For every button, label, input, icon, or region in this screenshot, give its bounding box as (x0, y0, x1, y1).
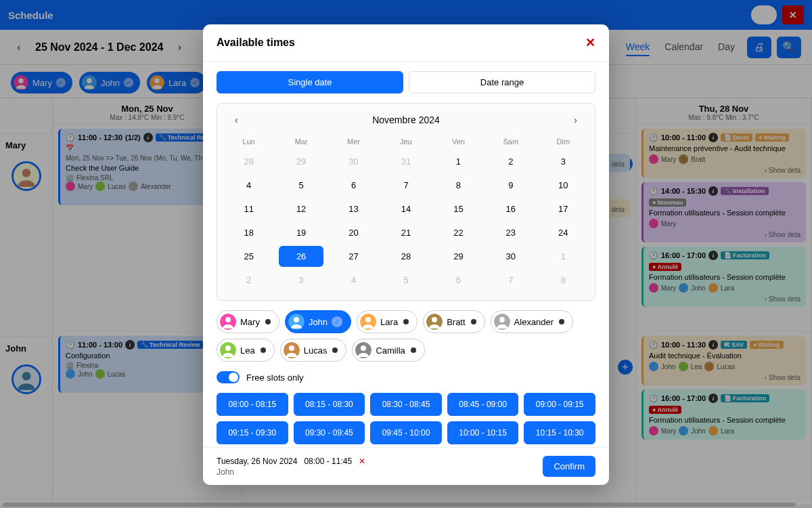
available-times-modal: Available times ✕ Single date Date range… (203, 24, 609, 485)
cal-day[interactable]: 25 (227, 246, 271, 267)
cal-dow: Mar (275, 133, 327, 150)
mode-single-date[interactable]: Single date (217, 71, 403, 93)
time-slot[interactable]: 09:00 - 09:15 (524, 393, 595, 416)
remove-selection-button[interactable]: ✕ (359, 457, 365, 466)
cal-day-next[interactable]: 4 (332, 270, 376, 291)
avatar-icon (426, 314, 443, 330)
cal-dow: Lun (223, 133, 275, 150)
cal-day[interactable]: 29 (436, 246, 480, 267)
cal-next-month[interactable]: › (568, 112, 583, 128)
cal-day[interactable]: 20 (332, 222, 376, 243)
cal-prev-month[interactable]: ‹ (229, 112, 244, 128)
avatar-icon (494, 314, 510, 330)
person-chip-bratt[interactable]: Bratt✓ (423, 310, 484, 333)
person-chip-alexander[interactable]: Alexander✓ (491, 310, 574, 333)
selected-user: John (217, 467, 365, 477)
cal-day-next[interactable]: 7 (489, 270, 533, 291)
cal-day[interactable]: 12 (279, 198, 323, 219)
status-dot (261, 347, 266, 353)
cal-day-prev[interactable]: 28 (227, 151, 271, 172)
cal-day[interactable]: 13 (332, 198, 376, 219)
time-slot[interactable]: 08:30 - 08:45 (370, 393, 442, 416)
status-dot (403, 319, 409, 324)
cal-day[interactable]: 17 (541, 198, 585, 219)
avatar-icon (220, 342, 236, 358)
confirm-button[interactable]: Confirm (543, 456, 595, 477)
time-slot[interactable]: 08:15 - 08:30 (294, 393, 365, 416)
cal-day[interactable]: 10 (541, 175, 585, 196)
cal-day[interactable]: 5 (279, 175, 323, 196)
person-chip-lea[interactable]: Lea✓ (217, 339, 275, 362)
selected-time: 08:00 - 11:45 (304, 457, 352, 466)
modal-overlay: Available times ✕ Single date Date range… (0, 0, 812, 508)
person-chip-lucas[interactable]: Lucas✓ (280, 339, 347, 362)
cal-dow: Mer (328, 133, 380, 150)
cal-day-prev[interactable]: 31 (384, 151, 428, 172)
time-slot[interactable]: 09:45 - 10:00 (370, 421, 442, 444)
cal-day[interactable]: 26 (279, 246, 323, 267)
cal-day[interactable]: 28 (384, 246, 428, 267)
cal-day[interactable]: 19 (279, 222, 323, 243)
cal-day-next[interactable]: 1 (541, 246, 585, 267)
cal-day[interactable]: 22 (436, 222, 480, 243)
cal-dow: Dim (537, 133, 589, 150)
svg-point-18 (432, 317, 437, 322)
cal-day-next[interactable]: 2 (227, 270, 271, 291)
cal-day[interactable]: 7 (384, 175, 428, 196)
free-slots-toggle[interactable] (217, 371, 240, 383)
avatar-icon (360, 314, 376, 330)
cal-day[interactable]: 1 (436, 151, 480, 172)
cal-day[interactable]: 24 (541, 222, 585, 243)
cal-day[interactable]: 15 (436, 198, 480, 219)
cal-day[interactable]: 21 (384, 222, 428, 243)
mode-date-range[interactable]: Date range (409, 71, 595, 93)
person-chip-camilla[interactable]: Camilla✓ (352, 339, 424, 362)
status-dot (265, 319, 271, 324)
person-chip-mary[interactable]: Mary✓ (217, 310, 279, 333)
cal-day-next[interactable]: 6 (436, 270, 480, 291)
cal-day[interactable]: 23 (489, 222, 533, 243)
calendar: ‹ Novembre 2024 › LunMarMerJeuVenSamDim2… (217, 103, 595, 301)
time-slot[interactable]: 10:00 - 10:15 (447, 421, 519, 444)
selected-date: Tuesday, 26 Nov 2024 (217, 457, 297, 466)
time-slot[interactable]: 09:15 - 09:30 (217, 421, 288, 444)
person-chip-lara[interactable]: Lara✓ (357, 310, 418, 333)
modal-title: Available times (217, 37, 295, 49)
cal-day-next[interactable]: 8 (541, 270, 585, 291)
cal-dow: Ven (432, 133, 484, 150)
svg-point-22 (225, 345, 231, 351)
cal-day[interactable]: 11 (227, 198, 271, 219)
cal-dow: Jeu (380, 133, 432, 150)
cal-day[interactable]: 8 (436, 175, 480, 196)
time-slot[interactable]: 08:00 - 08:15 (217, 393, 288, 416)
status-dot (471, 319, 476, 324)
cal-day[interactable]: 3 (541, 151, 585, 172)
svg-point-12 (225, 317, 231, 322)
cal-day[interactable]: 18 (227, 222, 271, 243)
time-slot[interactable]: 09:30 - 09:45 (294, 421, 365, 444)
cal-day-prev[interactable]: 29 (279, 151, 323, 172)
cal-day[interactable]: 14 (384, 198, 428, 219)
cal-day[interactable]: 30 (489, 246, 533, 267)
person-chip-john[interactable]: John✓ (285, 310, 351, 333)
cal-day[interactable]: 27 (332, 246, 376, 267)
svg-point-24 (289, 345, 294, 351)
status-dot (559, 319, 564, 324)
free-slots-label: Free slots only (246, 373, 304, 383)
avatar-icon (284, 342, 300, 358)
modal-close-button[interactable]: ✕ (585, 35, 595, 50)
cal-day[interactable]: 4 (227, 175, 271, 196)
cal-day-prev[interactable]: 30 (332, 151, 376, 172)
time-slot[interactable]: 08:45 - 09:00 (447, 393, 519, 416)
cal-day[interactable]: 9 (489, 175, 533, 196)
time-slot[interactable]: 10:15 - 10:30 (524, 421, 595, 444)
cal-day-next[interactable]: 5 (384, 270, 428, 291)
cal-day-next[interactable]: 3 (279, 270, 323, 291)
svg-point-16 (365, 317, 371, 322)
avatar-icon (288, 314, 304, 330)
cal-day[interactable]: 16 (489, 198, 533, 219)
cal-month-label: Novembre 2024 (372, 114, 440, 125)
cal-day[interactable]: 6 (332, 175, 376, 196)
cal-day[interactable]: 2 (489, 151, 533, 172)
status-dot (411, 347, 416, 353)
